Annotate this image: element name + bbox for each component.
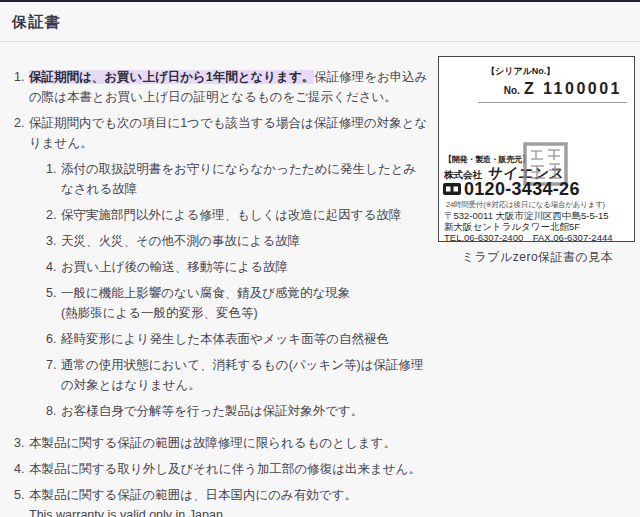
warranty-term-3: 3.本製品に関する保証の範囲は故障修理に限られるものとします。 bbox=[14, 433, 428, 453]
phone-row: 0120-3434-26 bbox=[443, 179, 580, 200]
sub-term-number: 6. bbox=[46, 329, 61, 349]
sub-term-4: 4.お買い上げ後の輸送、移動等による故障 bbox=[46, 257, 428, 277]
page-title: 保証書 bbox=[12, 13, 628, 32]
sub-term-number: 8. bbox=[46, 401, 61, 421]
certificate-card: 【シリアルNo.】 No.Z 1100001 【開発・製造・販売元】 株式会社 … bbox=[438, 56, 635, 242]
term-sublist: 1.添付の取扱説明書をお守りにならなかったために発生したとみなされる故障2.保守… bbox=[46, 159, 428, 421]
term-number: 4. bbox=[14, 459, 29, 479]
warranty-term-5: 5.本製品に関する保証の範囲は、日本国内にのみ有効です。This warrant… bbox=[14, 485, 428, 517]
serial-row: No.Z 1100001 bbox=[504, 80, 622, 98]
sub-term-number: 5. bbox=[46, 283, 61, 323]
sub-term-text: 添付の取扱説明書をお守りにならなかったために発生したとみなされる故障 bbox=[61, 159, 428, 199]
term-number: 2. bbox=[14, 113, 29, 427]
sub-term-text: 天災、火災、その他不測の事故による故障 bbox=[61, 231, 428, 251]
warranty-certificate-sample: 【シリアルNo.】 No.Z 1100001 【開発・製造・販売元】 株式会社 … bbox=[438, 56, 637, 266]
sub-term-5: 5.一般に機能上影響のない腐食、錆及び感覚的な現象 (熱膨張による一般的変形、変… bbox=[46, 283, 428, 323]
term-note: This warranty is valid only in Japan. bbox=[29, 505, 428, 517]
page-header: 保証書 bbox=[0, 2, 640, 42]
term-number: 1. bbox=[14, 67, 29, 107]
sub-term-text: 一般に機能上影響のない腐食、錆及び感覚的な現象 (熱膨張による一般的変形、変色等… bbox=[61, 283, 428, 323]
phone-note: 24時間受付(※対応は後日になる場合があります) bbox=[446, 200, 605, 210]
sub-term-7: 7.通常の使用状態において、消耗するもの(パッキン等)は保証修理の対象とはなりま… bbox=[46, 355, 428, 395]
sub-term-text: お客様自身で分解等を行った製品は保証対象外です。 bbox=[61, 401, 428, 421]
serial-label: 【シリアルNo.】 bbox=[486, 65, 555, 78]
certificate-caption: ミラブルzero保証書の見本 bbox=[438, 249, 637, 266]
sub-term-text: お買い上げ後の輸送、移動等による故障 bbox=[61, 257, 428, 277]
warranty-term-2: 2.保証期間内でも次の項目に1つでも該当する場合は保証修理の対象となりません。1… bbox=[14, 113, 428, 427]
sub-term-text: 経時変形により発生した本体表面やメッキ面等の自然褪色 bbox=[61, 329, 428, 349]
phone-number: 0120-3434-26 bbox=[464, 179, 580, 200]
sub-term-text: 通常の使用状態において、消耗するもの(パッキン等)は保証修理の対象とはなりません… bbox=[61, 355, 428, 395]
sub-term-number: 2. bbox=[46, 205, 61, 225]
serial-underline bbox=[478, 102, 627, 103]
freedial-icon bbox=[443, 181, 461, 199]
sub-term-number: 7. bbox=[46, 355, 61, 395]
term-number: 3. bbox=[14, 433, 29, 453]
sub-term-2: 2.保守実施部門以外による修理、もしくは改造に起因する故障 bbox=[46, 205, 428, 225]
sub-term-8: 8.お客様自身で分解等を行った製品は保証対象外です。 bbox=[46, 401, 428, 421]
sub-term-number: 1. bbox=[46, 159, 61, 199]
term-text: 保証期間内でも次の項目に1つでも該当する場合は保証修理の対象となりません。1.添… bbox=[29, 113, 428, 427]
warranty-term-1: 1.保証期間は、お買い上げ日から1年間となります。保証修理をお申込みの際は本書と… bbox=[14, 67, 428, 107]
serial-number: Z 1100001 bbox=[524, 80, 622, 97]
term-text: 本製品に関する取り外し及びそれに伴う加工部の修復は出来ません。 bbox=[29, 459, 428, 479]
sub-term-number: 3. bbox=[46, 231, 61, 251]
term-text: 本製品に関する保証の範囲は故障修理に限られるものとします。 bbox=[29, 433, 428, 453]
sub-term-1: 1.添付の取扱説明書をお守りにならなかったために発生したとみなされる故障 bbox=[46, 159, 428, 199]
term-text: 本製品に関する保証の範囲は、日本国内にのみ有効です。This warranty … bbox=[29, 485, 428, 517]
sub-term-number: 4. bbox=[46, 257, 61, 277]
warranty-term-4: 4.本製品に関する取り外し及びそれに伴う加工部の修復は出来ません。 bbox=[14, 459, 428, 479]
sub-term-6: 6.経時変形により発生した本体表面やメッキ面等の自然褪色 bbox=[46, 329, 428, 349]
tel-fax-line: TEL.06-6307-2400 FAX.06-6307-2444 bbox=[444, 232, 612, 245]
term-number: 5. bbox=[14, 485, 29, 517]
term-highlight: 保証期間は、お買い上げ日から1年間となります。 bbox=[29, 70, 314, 84]
sub-term-3: 3.天災、火災、その他不測の事故による故障 bbox=[46, 231, 428, 251]
warranty-terms-list: 1.保証期間は、お買い上げ日から1年間となります。保証修理をお申込みの際は本書と… bbox=[14, 67, 428, 517]
serial-number-prefix: No. bbox=[504, 85, 520, 96]
sub-term-text: 保守実施部門以外による修理、もしくは改造に起因する故障 bbox=[61, 205, 428, 225]
term-text: 保証期間は、お買い上げ日から1年間となります。保証修理をお申込みの際は本書とお買… bbox=[29, 67, 428, 107]
